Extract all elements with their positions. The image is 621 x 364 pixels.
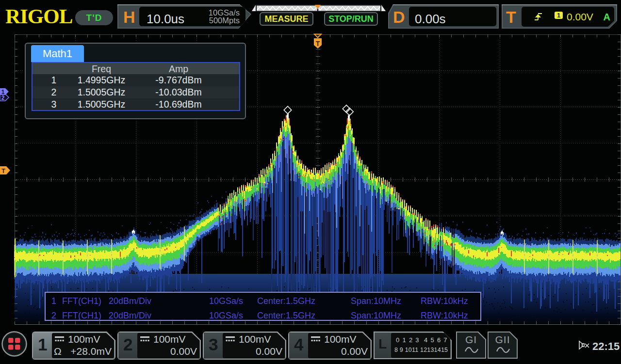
svg-text:T: T: [1, 167, 5, 174]
svg-text:T: T: [316, 40, 320, 47]
svg-text:1: 1: [1, 89, 5, 95]
svg-text:2: 2: [1, 95, 5, 101]
